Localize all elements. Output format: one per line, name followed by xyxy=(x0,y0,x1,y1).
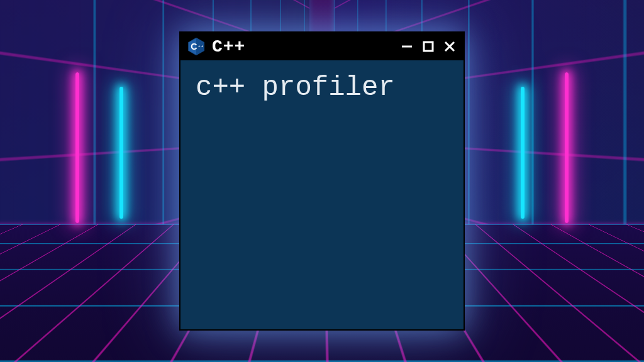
titlebar[interactable]: C + + C++ xyxy=(180,33,464,60)
close-button[interactable] xyxy=(442,39,457,54)
bg-neon-pillar xyxy=(565,72,569,223)
window-title: C++ xyxy=(212,37,245,57)
wallpaper-background: C + + C++ xyxy=(0,0,644,362)
svg-rect-6 xyxy=(424,42,433,51)
maximize-icon xyxy=(422,40,435,53)
close-icon xyxy=(443,40,456,53)
minimize-button[interactable] xyxy=(399,39,414,54)
bg-neon-pillar xyxy=(75,72,79,223)
minimize-icon xyxy=(401,40,413,53)
svg-text:+: + xyxy=(201,44,204,48)
maximize-button[interactable] xyxy=(421,39,436,54)
content-text: c++ profiler xyxy=(196,73,448,102)
svg-text:+: + xyxy=(198,44,201,48)
svg-text:C: C xyxy=(191,41,197,52)
bg-neon-pillar xyxy=(119,87,123,219)
window-content-area: c++ profiler xyxy=(180,60,464,329)
cpp-logo-icon: C + + xyxy=(187,37,206,56)
bg-neon-pillar xyxy=(521,87,525,219)
app-window: C + + C++ xyxy=(179,31,465,331)
